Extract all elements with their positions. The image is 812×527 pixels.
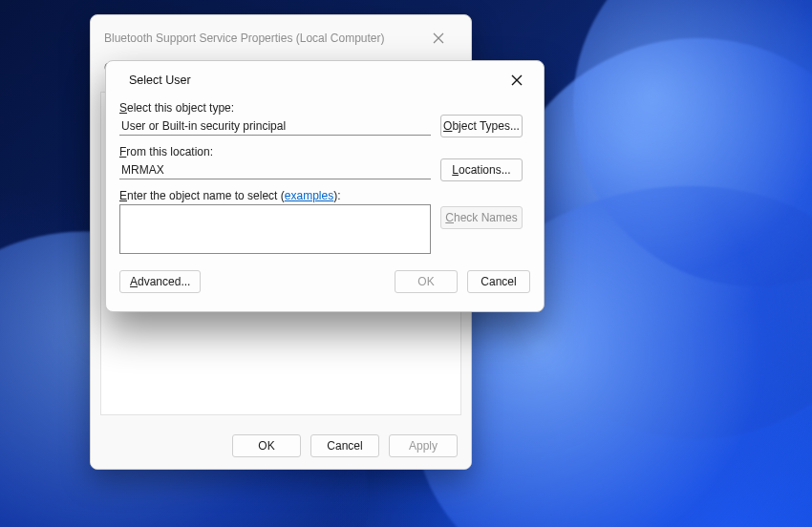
select-user-title: Select User	[129, 74, 498, 87]
properties-ok-button[interactable]: OK	[232, 434, 301, 457]
location-label: From this location:	[119, 145, 431, 158]
check-names-button[interactable]: Check Names	[440, 206, 523, 229]
properties-title: Bluetooth Support Service Properties (Lo…	[104, 32, 419, 45]
locations-button[interactable]: Locations...	[440, 158, 523, 181]
close-icon	[511, 74, 523, 86]
select-user-close-button[interactable]	[498, 65, 536, 95]
properties-cancel-button[interactable]: Cancel	[310, 434, 379, 457]
advanced-button[interactable]: Advanced...	[119, 270, 201, 293]
properties-apply-button[interactable]: Apply	[389, 434, 458, 457]
object-type-field: User or Built-in security principal	[119, 116, 431, 136]
properties-close-button[interactable]	[419, 19, 458, 57]
object-name-label: Enter the object name to select (example…	[119, 189, 431, 202]
select-user-titlebar: Select User	[106, 61, 544, 99]
properties-button-bar: OK Cancel Apply	[91, 423, 471, 469]
object-name-input[interactable]	[119, 204, 431, 254]
select-user-ok-button[interactable]: OK	[395, 270, 458, 293]
object-types-button[interactable]: Object Types...	[440, 115, 523, 137]
select-user-dialog: Select User Select this object type: Use…	[105, 60, 545, 312]
properties-titlebar: Bluetooth Support Service Properties (Lo…	[91, 15, 471, 61]
examples-link[interactable]: examples	[285, 189, 333, 202]
close-icon	[433, 32, 444, 44]
object-type-label: Select this object type:	[119, 101, 431, 115]
location-field: MRMAX	[119, 160, 431, 179]
select-user-cancel-button[interactable]: Cancel	[467, 270, 530, 293]
